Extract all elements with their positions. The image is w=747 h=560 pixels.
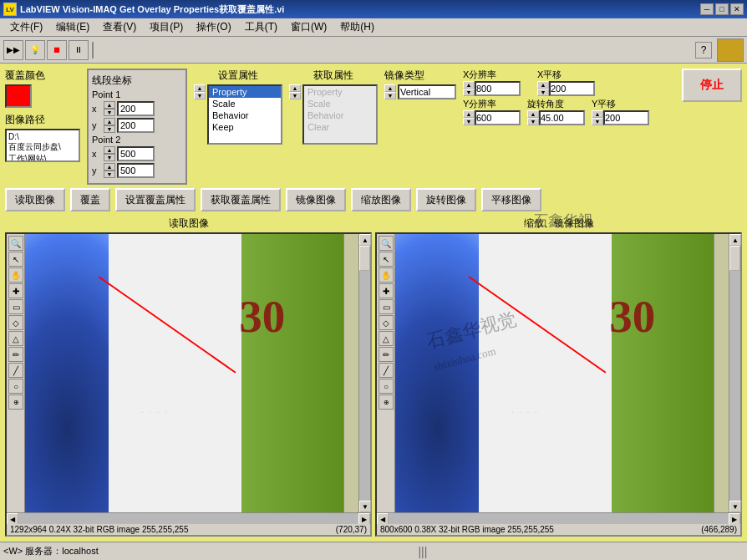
- menu-edit[interactable]: 编辑(E): [49, 18, 96, 36]
- panel2-scrollbar-v[interactable]: ▲ ▼: [729, 234, 740, 512]
- tool2-select[interactable]: ↖: [379, 252, 394, 267]
- y1-spinner-btns[interactable]: ▲▼: [104, 118, 115, 133]
- highlight-button[interactable]: 💡: [25, 40, 45, 60]
- xres-input[interactable]: [475, 81, 521, 96]
- close-button[interactable]: ✕: [730, 3, 744, 15]
- tool-diamond[interactable]: ◇: [8, 315, 23, 330]
- xshift-input[interactable]: [549, 81, 595, 96]
- tool2-circle[interactable]: ○: [379, 379, 394, 394]
- run-continuously-button[interactable]: ▶▶: [3, 40, 23, 60]
- yres-up[interactable]: ▲: [463, 110, 475, 118]
- panel2-scroll-left[interactable]: ◀: [377, 513, 389, 525]
- panel2-scroll-h-track[interactable]: [389, 513, 729, 524]
- get-prop-spinner-up[interactable]: ▲: [289, 84, 301, 92]
- panel2-scroll-down[interactable]: ▼: [729, 501, 741, 512]
- mirror-value-input[interactable]: [398, 84, 456, 99]
- rotate-image-button[interactable]: 旋转图像: [416, 188, 476, 211]
- set-prop-item-behavior[interactable]: Behavior: [209, 109, 281, 121]
- panel2-scrollbar-h[interactable]: ◀ ▶: [377, 512, 740, 524]
- panel1-scroll-down[interactable]: ▼: [359, 501, 371, 512]
- stop-button[interactable]: 停止: [682, 69, 742, 102]
- x2-up[interactable]: ▲: [104, 146, 115, 154]
- y2-spinner-btns[interactable]: ▲▼: [104, 163, 115, 178]
- tool-circle[interactable]: ○: [8, 379, 23, 394]
- tool2-hand[interactable]: ✋: [379, 267, 394, 283]
- get-prop-spinner[interactable]: ▲ ▼: [289, 84, 301, 99]
- menu-help[interactable]: 帮助(H): [333, 18, 381, 36]
- maximize-button[interactable]: □: [715, 3, 729, 15]
- yres-down[interactable]: ▼: [463, 118, 475, 125]
- yres-input[interactable]: [475, 110, 521, 125]
- scale-image-button[interactable]: 缩放图像: [351, 188, 411, 211]
- menu-operate[interactable]: 操作(O): [190, 18, 237, 36]
- set-prop-item-scale[interactable]: Scale: [209, 98, 281, 109]
- tool-rect[interactable]: ▭: [8, 299, 23, 314]
- panel2-scroll-up[interactable]: ▲: [729, 234, 741, 246]
- xshift-spinner[interactable]: ▲ ▼: [537, 81, 549, 96]
- panel2-scroll-thumb[interactable]: [729, 246, 740, 271]
- tool2-rect[interactable]: ▭: [379, 299, 394, 314]
- panel2-scroll-track[interactable]: [729, 246, 740, 501]
- set-prop-list[interactable]: Property Scale Behavior Keep: [207, 84, 282, 145]
- xshift-down[interactable]: ▼: [537, 89, 549, 96]
- tool-line[interactable]: ╱: [8, 363, 23, 378]
- set-prop-spinner-down[interactable]: ▼: [194, 92, 206, 99]
- color-indicator[interactable]: [5, 84, 32, 108]
- tool-hand[interactable]: ✋: [8, 267, 23, 283]
- overlay-button[interactable]: 覆盖: [70, 188, 110, 211]
- mirror-spinner-up[interactable]: ▲: [384, 84, 396, 92]
- yshift-input[interactable]: [603, 110, 649, 125]
- mirror-spinner[interactable]: ▲ ▼: [384, 84, 396, 99]
- tool-zoom[interactable]: 🔍: [8, 236, 23, 251]
- yshift-spinner[interactable]: ▲ ▼: [592, 110, 603, 125]
- y2-up[interactable]: ▲: [104, 163, 115, 171]
- set-overlay-props-button[interactable]: 设置覆盖属性: [115, 188, 196, 211]
- panel2-scroll-right[interactable]: ▶: [729, 513, 740, 525]
- rotangle-input[interactable]: [539, 110, 585, 125]
- tool2-line[interactable]: ╱: [379, 363, 394, 378]
- rotangle-down[interactable]: ▼: [527, 118, 539, 125]
- tool-pencil[interactable]: ✏: [8, 347, 23, 362]
- tool2-polygon[interactable]: △: [379, 331, 394, 346]
- tool2-diamond[interactable]: ◇: [379, 315, 394, 330]
- set-prop-item-property[interactable]: Property: [209, 86, 281, 98]
- tool-cross[interactable]: ✚: [8, 283, 23, 298]
- rotangle-up[interactable]: ▲: [527, 110, 539, 118]
- pause-button[interactable]: ⏸: [69, 40, 89, 60]
- panel1-scroll-up[interactable]: ▲: [359, 234, 371, 246]
- panel1-scroll-track[interactable]: [359, 246, 370, 501]
- y1-down[interactable]: ▼: [104, 125, 115, 133]
- y1-up[interactable]: ▲: [104, 118, 115, 125]
- xres-up[interactable]: ▲: [463, 81, 475, 89]
- stop-button-toolbar[interactable]: ⏹: [47, 40, 67, 60]
- x1-input[interactable]: [117, 101, 155, 116]
- y1-input[interactable]: [117, 118, 155, 133]
- xres-down[interactable]: ▼: [463, 89, 475, 96]
- tool-polygon[interactable]: △: [8, 331, 23, 346]
- rotangle-spinner[interactable]: ▲ ▼: [527, 110, 539, 125]
- mirror-image-button[interactable]: 镜像图像: [286, 188, 346, 211]
- tool2-pencil[interactable]: ✏: [379, 347, 394, 362]
- panel1-scroll-h-track[interactable]: [18, 513, 358, 524]
- image-path-input[interactable]: D:\百度云同步盘\工作\网站\: [5, 129, 80, 162]
- help-button[interactable]: ?: [695, 42, 712, 59]
- yshift-down[interactable]: ▼: [592, 118, 603, 125]
- xres-spinner[interactable]: ▲ ▼: [463, 81, 475, 96]
- panel1-scroll-right[interactable]: ▶: [358, 513, 370, 525]
- panel1-scroll-thumb[interactable]: [359, 246, 370, 271]
- x1-spinner-btns[interactable]: ▲▼: [104, 101, 115, 116]
- yres-spinner[interactable]: ▲ ▼: [463, 110, 475, 125]
- minimize-button[interactable]: ─: [700, 3, 714, 15]
- tool-select[interactable]: ↖: [8, 252, 23, 267]
- tool2-misc[interactable]: ⊕: [379, 395, 394, 410]
- panel1-scrollbar-h[interactable]: ◀ ▶: [7, 512, 370, 524]
- x2-input[interactable]: [117, 146, 155, 161]
- x1-up[interactable]: ▲: [104, 101, 115, 109]
- menu-project[interactable]: 项目(P): [143, 18, 190, 36]
- menu-view[interactable]: 查看(V): [96, 18, 143, 36]
- tool-misc[interactable]: ⊕: [8, 395, 23, 410]
- read-image-button[interactable]: 读取图像: [5, 188, 65, 211]
- get-prop-spinner-down[interactable]: ▼: [289, 92, 301, 99]
- mirror-spinner-down[interactable]: ▼: [384, 92, 396, 99]
- menu-tools[interactable]: 工具(T): [238, 18, 284, 36]
